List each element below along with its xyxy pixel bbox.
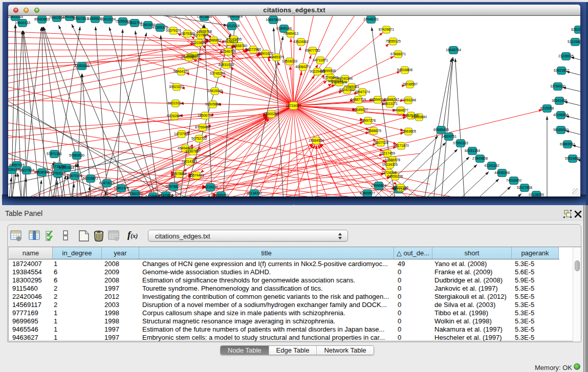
svg-text:95134332: 95134332	[247, 191, 262, 195]
svg-text:00379176: 00379176	[166, 29, 181, 32]
svg-text:16658760: 16658760	[232, 44, 247, 48]
svg-text:56464170: 56464170	[173, 70, 189, 73]
svg-text:8215958: 8215958	[540, 106, 554, 110]
svg-text:95171870: 95171870	[394, 144, 409, 147]
svg-text:93745299: 93745299	[210, 72, 225, 75]
svg-text:31727889: 31727889	[193, 33, 208, 37]
svg-text:50752735: 50752735	[191, 137, 207, 140]
svg-text:69222196: 69222196	[393, 186, 408, 189]
svg-text:57262849: 57262849	[167, 114, 182, 118]
svg-text:60883561: 60883561	[560, 142, 575, 146]
svg-text:34624751: 34624751	[441, 135, 456, 138]
svg-text:76627028: 76627028	[373, 141, 388, 144]
svg-text:83242102: 83242102	[339, 88, 355, 92]
svg-text:08613171: 08613171	[382, 102, 398, 105]
svg-text:16697848: 16697848	[266, 18, 281, 21]
svg-text:80531003: 80531003	[219, 63, 234, 67]
svg-text:21053346: 21053346	[74, 64, 90, 68]
svg-text:67468071: 67468071	[390, 52, 406, 56]
svg-text:87429671: 87429671	[379, 28, 394, 31]
svg-text:19384554: 19384554	[309, 139, 324, 142]
svg-text:27484677: 27484677	[393, 108, 408, 112]
svg-text:03413164: 03413164	[100, 17, 116, 21]
svg-text:64887719: 64887719	[351, 98, 366, 101]
svg-text:06594013: 06594013	[370, 98, 385, 101]
svg-text:43039117: 43039117	[8, 168, 19, 171]
svg-text:49578856: 49578856	[171, 172, 187, 176]
svg-text:77014363: 77014363	[182, 160, 197, 163]
svg-text:56272980: 56272980	[246, 48, 261, 51]
svg-text:66319314: 66319314	[168, 101, 183, 105]
svg-text:62473178: 62473178	[99, 181, 115, 185]
svg-text:99049027: 99049027	[353, 108, 368, 112]
svg-text:40084271: 40084271	[295, 65, 311, 69]
svg-text:21465840: 21465840	[411, 115, 427, 119]
svg-text:12419049: 12419049	[207, 89, 223, 93]
svg-text:23226025: 23226025	[558, 54, 574, 58]
svg-text:84251354: 84251354	[465, 149, 480, 152]
svg-text:61586578: 61586578	[385, 158, 400, 162]
svg-text:74016400: 74016400	[506, 179, 521, 182]
svg-text:20465375: 20465375	[269, 55, 284, 59]
svg-text:49947174: 49947174	[355, 90, 370, 94]
svg-text:72423884: 72423884	[197, 16, 212, 18]
svg-text:23281206: 23281206	[332, 80, 347, 84]
svg-text:34309805: 34309805	[158, 193, 173, 196]
svg-text:56670106: 56670106	[67, 174, 82, 178]
svg-text:96965328: 96965328	[227, 16, 243, 18]
svg-text:30923271: 30923271	[169, 85, 184, 89]
svg-text:70348247: 70348247	[384, 98, 399, 101]
svg-text:63421607: 63421607	[554, 69, 569, 72]
svg-text:69985435: 69985435	[433, 128, 449, 132]
svg-text:16648784: 16648784	[446, 48, 461, 52]
svg-text:67749649: 67749649	[323, 76, 338, 79]
svg-text:10801326: 10801326	[114, 186, 129, 190]
svg-text:91905865: 91905865	[205, 102, 221, 106]
svg-text:37346706: 37346706	[221, 50, 236, 53]
svg-text:57986872: 57986872	[206, 38, 222, 42]
svg-text:74989413: 74989413	[283, 32, 298, 35]
svg-text:33754330: 33754330	[550, 84, 565, 88]
svg-text:44997278: 44997278	[360, 119, 376, 122]
svg-text:13518233: 13518233	[282, 59, 297, 63]
svg-text:25300215: 25300215	[264, 112, 279, 116]
svg-text:04556238: 04556238	[387, 174, 403, 178]
svg-text:51333872: 51333872	[83, 177, 98, 180]
svg-text:59514846: 59514846	[565, 157, 580, 160]
svg-text:07991183: 07991183	[453, 141, 468, 145]
svg-text:44935348: 44935348	[494, 171, 510, 174]
svg-text:18506716: 18506716	[198, 114, 213, 117]
svg-text:47143455: 47143455	[226, 37, 242, 41]
svg-text:77360260: 77360260	[127, 192, 143, 195]
svg-text:00978820: 00978820	[166, 185, 181, 188]
svg-text:40196556: 40196556	[553, 113, 569, 117]
svg-text:31367837: 31367837	[185, 149, 201, 153]
svg-text:16328708: 16328708	[197, 30, 212, 33]
svg-text:85574443: 85574443	[189, 173, 204, 177]
svg-text:59407816: 59407816	[73, 17, 89, 20]
svg-text:19399091: 19399091	[213, 193, 229, 196]
svg-text:27048281: 27048281	[363, 17, 379, 21]
svg-text:11724005: 11724005	[381, 171, 397, 174]
svg-text:27849808: 27849808	[472, 157, 488, 160]
svg-text:05466889: 05466889	[181, 55, 197, 59]
svg-text:71012269: 71012269	[224, 24, 239, 28]
svg-text:26217459: 26217459	[380, 151, 395, 155]
svg-text:76038597: 76038597	[402, 82, 418, 86]
svg-text:87769453: 87769453	[195, 125, 210, 129]
svg-text:80957015: 80957015	[9, 163, 25, 167]
svg-text:75588675: 75588675	[366, 129, 381, 133]
svg-text:75655125: 75655125	[385, 39, 401, 43]
svg-text:69901627: 69901627	[258, 52, 273, 55]
svg-text:18227824: 18227824	[19, 168, 34, 172]
svg-text:43699577: 43699577	[360, 191, 375, 195]
svg-text:81219136: 81219136	[203, 185, 218, 189]
svg-text:81223623: 81223623	[191, 41, 206, 45]
svg-text:04711671: 04711671	[313, 58, 328, 62]
svg-text:71093248: 71093248	[401, 98, 416, 102]
svg-text:73763116: 73763116	[50, 171, 66, 175]
svg-text:43524082: 43524082	[293, 40, 309, 43]
svg-text:41241182: 41241182	[484, 164, 499, 167]
svg-text:54516808: 54516808	[397, 68, 412, 72]
svg-text:29946804: 29946804	[371, 184, 386, 187]
